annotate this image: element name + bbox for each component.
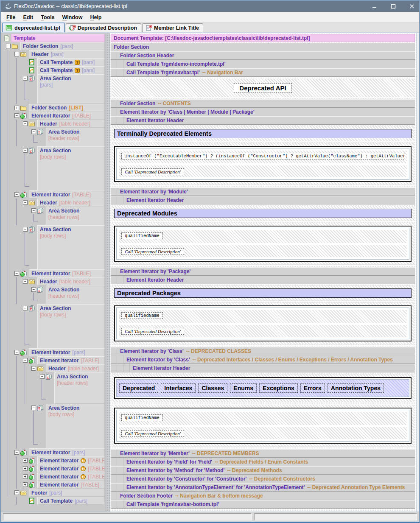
doc-section-title[interactable]: Deprecated Modules [114,209,412,218]
doc-nav-chip[interactable]: Interfaces [161,383,196,393]
panel-splitter[interactable] [106,33,110,512]
call-template-chip[interactable]: Call 'Deprecated Description' [121,328,184,335]
tree-toggle-minus[interactable]: − [14,490,19,495]
tree-row[interactable]: −Header[table header] [3,199,105,207]
tree-node[interactable]: Call Template?[pars] [37,58,105,66]
doc-bar[interactable]: Call Template 'frgm\navbar-bottom.tpl' [123,500,415,509]
tree-toggle-minus[interactable]: − [23,148,28,153]
menu-item-help[interactable]: Help [86,13,105,22]
tree-row[interactable]: −Element Iterator[TABLE] [3,356,105,364]
doc-bar[interactable]: Element Iterator Header [123,196,415,204]
tree-row[interactable]: Call Template?[pars] [3,58,105,66]
tab-1[interactable]: Deprecated Description [66,23,141,32]
tree-row[interactable]: −Area Section[pars] [3,74,105,104]
tree-toggle-plus[interactable]: + [23,482,28,487]
tree-node[interactable]: Element Iterator[TABLE] [29,190,105,199]
call-template-chip[interactable]: Call 'Deprecated Description' [121,168,184,175]
tree-row[interactable]: −Folder Section[pars] [3,42,105,50]
tree-node[interactable]: Area Section[header rows] [46,128,105,146]
maximize-icon[interactable] [390,4,396,9]
tree-toggle-minus[interactable]: − [23,227,28,232]
tree-node[interactable]: Area Section[header rows] [46,285,105,304]
doc-nav-chip[interactable]: Classes [198,383,227,393]
tree-row[interactable]: −Element Iterator[TABLE] [3,112,105,120]
tree-node[interactable]: Area Section[body rows] [46,404,105,448]
tree-row[interactable]: +Element Iterator[TABLE] [3,481,105,489]
tree-node[interactable]: Footer[pars] [29,489,105,497]
tree-row[interactable]: −Header[pars] [3,50,105,58]
minimize-icon[interactable] [372,4,378,9]
doc-section-title[interactable]: Deprecated Packages [114,288,412,298]
doc-bar[interactable]: Element Iterator Header [123,276,415,284]
tree-node[interactable]: Call Template[pars] [37,497,105,505]
call-template-chip[interactable]: Call 'Deprecated Description' [121,430,184,437]
doc-bar[interactable]: Call Template 'frgm\demo-incomplete.tpl' [123,60,415,68]
tree-toggle-minus[interactable]: − [31,406,36,410]
tree-node[interactable]: Folder Section[LIST] [29,104,105,112]
tree-row[interactable]: −Area Section[body rows] [3,146,105,190]
tree-node[interactable]: Header[table header] [46,364,105,372]
tree-toggle-minus[interactable]: − [23,121,28,126]
doc-nav-chip[interactable]: Enums [230,383,257,393]
doc-nav-chip[interactable]: Deprecated [119,383,158,393]
tree-node[interactable]: Element Iterator↻[TABLE] [37,464,105,473]
tree-node[interactable]: Header[pars] [29,50,105,58]
tree-row[interactable]: −Header[table header] [3,277,105,285]
tree-row[interactable]: −Area Section[body rows] [3,304,105,348]
tree-toggle-minus[interactable]: − [31,366,36,371]
tree-toggle-minus[interactable]: − [31,287,36,292]
doc-bar[interactable]: Element Iterator by 'Constructor' for 'C… [123,475,415,483]
doc-bar[interactable]: Element Iterator by 'Class'-- DEPRECATED… [117,347,415,355]
menu-item-tools[interactable]: Tools [37,13,58,22]
tree-toggle-minus[interactable]: − [23,76,28,81]
tree-toggle-minus[interactable]: − [14,350,19,355]
tree-node[interactable]: Area Section[header rows] [54,372,105,404]
tree-row[interactable]: −Area Section[header rows] [3,285,105,304]
tree-node[interactable]: Template [11,34,105,42]
call-template-chip[interactable]: Call 'Deprecated Description' [121,248,184,255]
doc-bar[interactable]: Call Template 'frgm\navbar.tpl'-- Naviga… [123,68,415,77]
tree-toggle-minus[interactable]: − [14,113,19,118]
tree-row[interactable]: −Element Iterator[TABLE] [3,190,105,199]
tree-node[interactable]: Call Template?[pars] [37,66,105,74]
doc-bar[interactable]: Element Iterator by 'Member'-- DEPRECATE… [117,449,415,458]
tree-toggle-minus[interactable]: − [14,450,19,455]
tree-node[interactable]: Area Section[header rows] [46,207,105,225]
tree-row[interactable]: −Element Iterator[pars] [3,348,105,356]
doc-section-title[interactable]: Terminally Deprecated Elements [114,129,412,138]
doc-bar[interactable]: Folder Section [111,43,415,51]
tree-toggle-plus[interactable]: + [23,458,28,463]
tree-toggle-minus[interactable]: − [14,52,19,56]
tree-row[interactable]: −Area Section[body rows] [3,404,105,448]
doc-bar[interactable]: Element Iterator by 'Class | Member | Mo… [117,108,415,116]
doc-bar[interactable]: Folder Section Header [117,51,415,60]
tree-toggle-minus[interactable]: − [40,374,45,379]
tree-row[interactable]: −Header[table header] [3,364,105,372]
doc-bar[interactable]: Folder Section-- CONTENTS [117,99,415,108]
tree-row[interactable]: Call Template?[pars] [3,66,105,74]
tree-toggle-minus[interactable]: − [31,129,36,134]
tree-toggle-plus[interactable]: + [14,106,19,110]
tree-node[interactable]: Element Iterator↻[TABLE] [37,456,105,464]
tree-toggle-minus[interactable]: − [23,358,28,363]
menu-item-file[interactable]: File [3,13,20,22]
doc-bar[interactable]: Folder Section Footer-- Navigation Bar &… [117,492,415,500]
doc-bar[interactable]: Element Iterator Header [130,364,415,372]
tab-0[interactable]: deprecated-list.tpl [2,22,65,32]
tree-row[interactable]: −Element Iterator[TABLE] [3,269,105,277]
tree-node[interactable]: Element Iterator[TABLE] [29,112,105,120]
tree-row[interactable]: −Area Section[body rows] [3,225,105,269]
doc-nav-chip[interactable]: Errors [300,383,325,393]
menu-item-edit[interactable]: Edit [20,13,37,22]
menu-item-window[interactable]: Window [59,13,87,22]
doc-nav-chip[interactable]: Annotation Types [328,383,384,393]
tree-row[interactable]: +Element Iterator↻[TABLE] [3,456,105,464]
tree-toggle-minus[interactable]: − [23,200,28,205]
doc-bar[interactable]: Element Iterator by 'Method' for 'Method… [123,466,415,475]
tree-toggle-minus[interactable]: − [14,271,19,276]
tree-row[interactable]: −Area Section[header rows] [3,207,105,225]
tree-toggle-minus[interactable]: − [23,306,28,310]
tree-row[interactable]: −Area Section[header rows] [3,128,105,146]
tree-row[interactable]: −Area Section[header rows] [3,372,105,404]
expression-chip[interactable]: qualifiedName [121,232,163,239]
